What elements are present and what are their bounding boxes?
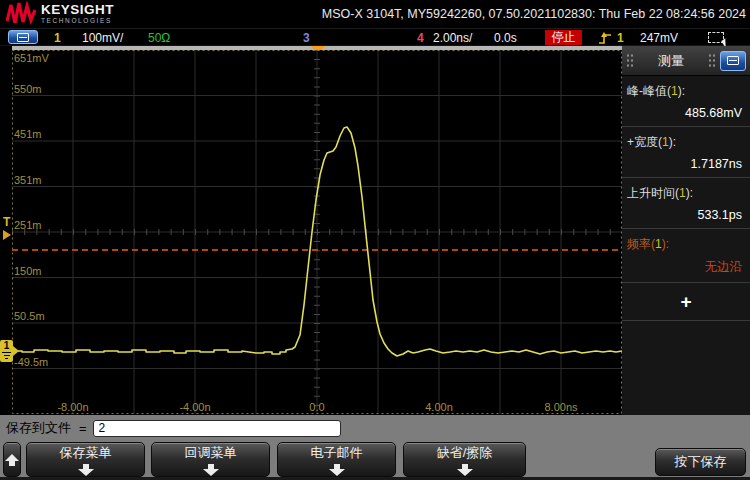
default-erase-menu-button[interactable]: 缺省/擦除 [403,442,526,477]
waveform-grid [12,50,622,414]
x-axis-label: -8.00n [57,401,88,413]
measurement-label: +宽度(1): [627,134,744,151]
channel-1-ground-marker[interactable]: 1 [0,340,13,362]
trigger-level-value[interactable]: 247mV [640,31,678,45]
hamburger-icon [727,56,739,65]
down-arrow-icon [329,464,345,476]
brand-name: KEYSIGHT [41,3,114,17]
region-select-icon[interactable] [708,32,724,43]
measurement-label: 上升时间(1): [627,185,744,202]
measurement-value: 485.68mV [627,100,744,121]
main-menu-button[interactable] [8,30,38,44]
y-axis-label: -49.5m [14,356,48,368]
channel-1-scale[interactable]: 100mV/ [82,31,123,45]
channel-3-badge[interactable]: 3 [303,31,310,45]
filename-input[interactable] [93,420,341,437]
x-axis-label: 8.00ns [544,401,577,413]
channel-1-impedance[interactable]: 50Ω [148,31,170,45]
recall-menu-button[interactable]: 回调菜单 [151,442,270,477]
channel-1-badge[interactable]: 1 [54,31,61,45]
measurement-row-plus-width[interactable]: +宽度(1): 1.7187ns [622,127,750,178]
softkey-menu-bar: 保存到文件 = 保存菜单 回调菜单 电子邮件 缺省/擦除 按下保存 [0,415,750,480]
measurement-label: 频率(1): [627,236,744,253]
measurement-panel: 测量 峰-峰值(1): 485.68mV +宽度(1): 1.7187ns 上升… [622,46,750,415]
timebase-setting[interactable]: 2.00ns/ [433,31,472,45]
equals-sign: = [79,421,87,436]
brand-subtitle: TECHNOLOGIES [41,18,114,25]
back-up-button[interactable] [3,442,21,477]
x-axis-label: -4.00n [179,401,210,413]
channel-4-badge[interactable]: 4 [417,31,424,45]
down-arrow-icon [203,464,219,476]
press-to-save-button[interactable]: 按下保存 [655,448,746,476]
measurement-row-rise-time[interactable]: 上升时间(1): 533.1ps [622,178,750,229]
measurement-panel-title: 测量 [638,52,704,70]
oscilloscope-screen: KEYSIGHT TECHNOLOGIES MSO-X 3104T, MY592… [0,0,750,480]
drag-grip-icon [626,53,634,69]
y-axis-label: 550m [14,83,42,95]
y-axis-label: 451m [14,128,42,140]
measurement-row-peak-to-peak[interactable]: 峰-峰值(1): 485.68mV [622,76,750,127]
y-axis-label: 50.5m [14,310,45,322]
keysight-spark-icon [6,1,36,26]
add-measurement-button[interactable]: + [622,283,750,321]
down-arrow-icon [78,464,94,476]
x-axis-label: 4.00n [425,401,453,413]
email-menu-button[interactable]: 电子邮件 [277,442,396,477]
channel-1-ground-arrow-icon [13,346,19,356]
measurement-value: 无边沿 [627,253,744,277]
down-arrow-icon [457,464,473,476]
acquisition-status-badge: 停止 [545,30,582,45]
save-menu-button[interactable]: 保存菜单 [26,442,145,477]
y-axis-label: 351m [14,174,42,186]
ground-icon [2,352,11,353]
up-arrow-icon [5,454,19,466]
measurement-label: 峰-峰值(1): [627,83,744,100]
trigger-source-badge[interactable]: 1 [617,31,624,45]
y-axis-label: 651mV [14,52,49,64]
title-bar: KEYSIGHT TECHNOLOGIES MSO-X 3104T, MY592… [0,0,750,28]
x-axis-label: 0.0 [309,401,324,413]
trigger-level-marker[interactable]: T [3,215,10,229]
delay-setting[interactable]: 0.0s [494,31,517,45]
drag-grip-icon [708,53,716,69]
hamburger-icon [17,33,29,42]
instrument-title: MSO-X 3104T, MY59242260, 07.50.202110283… [322,7,746,21]
measurement-menu-button[interactable] [720,51,746,71]
y-axis-label: 150m [14,265,42,277]
waveform-display: 651mV 550m 451m 351m 251m 150m 50.5m -49… [12,50,622,414]
y-axis-label: 251m [14,219,42,231]
measurement-value: 533.1ps [627,202,744,223]
status-bar: 1 100mV/ 50Ω 3 4 2.00ns/ 0.0s 停止 1 247mV [0,28,750,46]
measurement-panel-header[interactable]: 测量 [622,46,750,76]
save-to-file-label: 保存到文件 [6,419,71,437]
measurement-row-frequency[interactable]: 频率(1): 无边沿 [622,229,750,283]
keysight-logo: KEYSIGHT TECHNOLOGIES [6,1,114,26]
trigger-level-arrow-icon [3,230,11,240]
measurement-value: 1.7187ns [627,151,744,172]
